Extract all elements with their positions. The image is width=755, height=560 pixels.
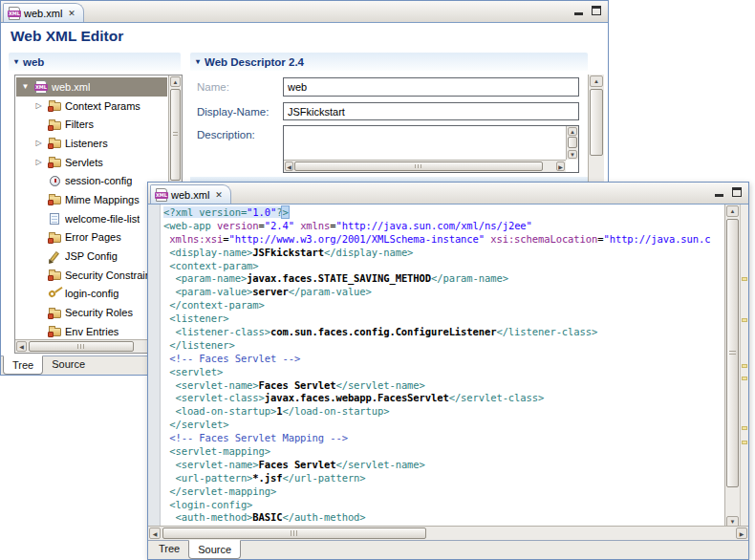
scroll-up-icon[interactable]: ▲: [568, 127, 577, 136]
tree-collapsed-arrow-icon[interactable]: ▷: [33, 139, 44, 147]
editor-vertical-scrollbar[interactable]: ▲ ▼: [724, 205, 740, 528]
code-line[interactable]: <!-- Faces Servlet -->: [163, 353, 724, 366]
code-line[interactable]: xmlns:xsi="http://www.w3.org/2001/XMLSch…: [163, 233, 724, 247]
code-area[interactable]: <?xml version="1.0"?><web-app version="2…: [161, 205, 724, 528]
tree-item-context-params[interactable]: ▷Context Params: [16, 97, 167, 116]
code-line[interactable]: <web-app version="2.4" xmlns="http://jav…: [163, 220, 724, 233]
annotation-marker[interactable]: [742, 441, 747, 444]
code-line[interactable]: <servlet-class>javax.faces.webapp.FacesS…: [163, 392, 724, 405]
scroll-down-icon[interactable]: ▼: [568, 150, 577, 159]
scroll-up-icon[interactable]: ▲: [726, 205, 739, 217]
code-line[interactable]: <servlet>: [163, 366, 724, 379]
description-vertical-scrollbar[interactable]: ▲ ▼: [566, 126, 578, 160]
scrollbar-thumb[interactable]: [294, 162, 543, 171]
code-line[interactable]: <listener>: [163, 312, 724, 326]
tree-item-session-config[interactable]: session-config: [16, 171, 167, 190]
tree-item-web-xml[interactable]: ▼XMLweb.xml: [16, 77, 167, 97]
annotation-marker[interactable]: [742, 377, 747, 380]
description-horizontal-scrollbar[interactable]: ◀ ▶: [284, 160, 566, 172]
display-name-field[interactable]: [283, 102, 579, 120]
code-line[interactable]: <servlet-mapping>: [163, 445, 724, 459]
maximize-button[interactable]: [591, 5, 602, 17]
scrollbar-thumb[interactable]: [590, 89, 603, 156]
folder-icon: [49, 234, 61, 243]
code-line[interactable]: </servlet>: [163, 419, 724, 432]
scroll-left-icon[interactable]: ◀: [149, 528, 161, 539]
scroll-right-icon[interactable]: ▶: [556, 162, 565, 171]
tree-item-welcome-file-list[interactable]: welcome-file-list: [16, 209, 167, 228]
tree-item-login-config[interactable]: login-config: [16, 285, 167, 304]
descriptor-section-header[interactable]: ▾ Web Descriptor 2.4: [190, 53, 588, 71]
code-line[interactable]: <servlet-name>Faces Servlet</servlet-nam…: [163, 459, 724, 472]
code-line[interactable]: </listener>: [163, 339, 724, 353]
tree-item-label: Security Roles: [65, 307, 133, 318]
tree-item-security-constraints[interactable]: Security Constraints: [16, 266, 167, 285]
code-line[interactable]: <display-name>JSFkickstart</display-name…: [163, 247, 724, 260]
code-line[interactable]: </servlet-mapping>: [163, 485, 724, 499]
tree-item-label: Filters: [65, 118, 94, 130]
code-line[interactable]: <listener-class>com.sun.faces.config.Con…: [163, 326, 724, 339]
maximize-button[interactable]: [731, 186, 743, 199]
tree-section-title: web: [23, 56, 44, 68]
code-line[interactable]: <load-on-startup>1</load-on-startup>: [163, 405, 724, 419]
editor-horizontal-scrollbar[interactable]: ◀ ▶: [148, 526, 748, 540]
code-line[interactable]: <context-param>: [163, 260, 724, 273]
annotation-marker[interactable]: [742, 426, 747, 430]
tree-item-env-entries[interactable]: Env Entries: [16, 322, 167, 338]
annotation-marker[interactable]: [742, 277, 747, 281]
code-line[interactable]: <?xml version="1.0"?>: [163, 206, 724, 220]
maximize-icon: [732, 187, 742, 197]
code-line[interactable]: <auth-method>BASIC</auth-method>: [163, 511, 724, 525]
screen: XML web.xml ✕ Web XML Editor ▾ web ▼XMLw…: [0, 0, 755, 560]
scrollbar-thumb[interactable]: [568, 137, 577, 148]
minimize-button[interactable]: [713, 186, 724, 199]
tab-tree[interactable]: Tree: [150, 541, 188, 557]
tree-section-header[interactable]: ▾ web: [9, 53, 181, 71]
code-line[interactable]: <param-name>javax.faces.STATE_SAVING_MET…: [163, 272, 724, 286]
tree-item-filters[interactable]: Filters: [16, 115, 167, 134]
scrollbar-thumb[interactable]: [726, 219, 739, 487]
tab-source[interactable]: Source: [43, 356, 94, 373]
tree-item-listeners[interactable]: ▷Listeners: [16, 134, 167, 153]
folder-icon: [49, 310, 61, 318]
page-icon: [50, 213, 59, 225]
thumb-grip: [77, 344, 85, 349]
folder-icon: [49, 271, 61, 280]
close-icon[interactable]: ✕: [215, 190, 223, 200]
tree-expanded-arrow-icon[interactable]: ▼: [20, 82, 31, 91]
tab-web-xml[interactable]: XML web.xml ✕: [3, 3, 84, 22]
scrollbar-thumb[interactable]: [29, 341, 134, 352]
tab-web-xml[interactable]: XML web.xml ✕: [150, 184, 231, 204]
name-field[interactable]: [283, 77, 579, 97]
minimize-button[interactable]: [572, 5, 584, 17]
scroll-up-icon[interactable]: ▲: [170, 76, 181, 87]
tab-source[interactable]: Source: [188, 540, 241, 559]
tree-item-mime-mappings[interactable]: Mime Mappings: [16, 190, 167, 209]
scroll-left-icon[interactable]: ◀: [285, 162, 293, 171]
code-line[interactable]: <!-- Faces Servlet Mapping -->: [163, 432, 724, 445]
code-line[interactable]: <login-config>: [163, 499, 724, 512]
folder-icon: [49, 102, 61, 111]
tree-collapsed-arrow-icon[interactable]: ▷: [33, 101, 44, 110]
tree-item-servlets[interactable]: ▷Servlets: [16, 153, 167, 172]
scrollbar-thumb[interactable]: [170, 89, 181, 181]
tree-item-jsp-config[interactable]: JSP Config: [16, 247, 167, 266]
annotation-marker[interactable]: [742, 318, 747, 322]
scroll-up-icon[interactable]: ▲: [590, 75, 603, 87]
code-line[interactable]: <servlet-name>Faces Servlet</servlet-nam…: [163, 379, 724, 393]
tree-item-error-pages[interactable]: Error Pages: [16, 228, 167, 248]
code-line[interactable]: <param-value>server</param-value>: [163, 286, 724, 299]
close-icon[interactable]: ✕: [68, 9, 76, 18]
scrollbar-thumb[interactable]: [162, 528, 426, 539]
scroll-left-icon[interactable]: ◀: [16, 341, 27, 352]
tree-item-label: Mime Mappings: [65, 194, 140, 205]
description-textarea[interactable]: ▲ ▼ ◀ ▶: [283, 125, 579, 173]
tree-item-security-roles[interactable]: Security Roles: [16, 303, 167, 322]
annotation-marker[interactable]: [742, 364, 747, 368]
tree-collapsed-arrow-icon[interactable]: ▷: [33, 158, 44, 166]
tree-horizontal-scrollbar[interactable]: ◀: [15, 339, 168, 353]
tab-tree[interactable]: Tree: [3, 355, 43, 375]
scroll-right-icon[interactable]: ▶: [736, 528, 747, 539]
code-line[interactable]: </context-param>: [163, 299, 724, 312]
code-line[interactable]: <url-pattern>*.jsf</url-pattern>: [163, 472, 724, 485]
